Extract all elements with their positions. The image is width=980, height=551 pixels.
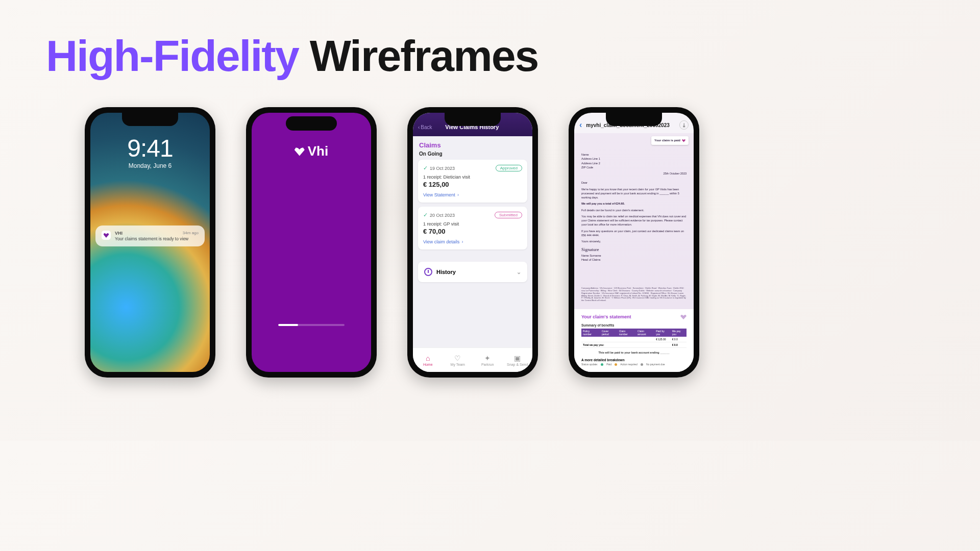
phone-claims: ‹Back View Claims History Claims On Goin… <box>407 107 538 378</box>
home-icon: ⌂ <box>426 354 430 362</box>
claim-amount: € 125,00 <box>423 181 522 188</box>
benefits-table: Policy numberCover periodClaim numberCla… <box>581 329 687 348</box>
claim-receipt: 1 receipt: GP visit <box>423 221 522 227</box>
phone-splash: Vhi <box>246 107 377 378</box>
tab-home[interactable]: ⌂Home <box>413 348 443 372</box>
tab-parkrun[interactable]: ✦Parkrun <box>473 348 503 372</box>
lock-time: 9:41 <box>90 134 210 162</box>
tab-snapsend[interactable]: ▣Snap & Send <box>503 348 533 372</box>
notch <box>445 113 501 126</box>
claim-date: ✓20 Oct 2023 <box>423 212 455 218</box>
ongoing-subhead: On Going <box>413 151 532 160</box>
claim-card[interactable]: ✓19 Oct 2023 Approved 1 receipt: Dietici… <box>418 160 527 203</box>
status-badge: Submitted <box>495 212 522 218</box>
run-icon: ✦ <box>484 354 491 362</box>
history-icon <box>424 268 432 276</box>
vhi-logo: Vhi <box>295 143 328 159</box>
view-statement-link[interactable]: View Statement› <box>423 192 522 197</box>
claim-date: ✓19 Oct 2023 <box>423 165 455 171</box>
phone-lockscreen: 9:41 Monday, June 6 VHI 34m ago Your cla… <box>85 107 215 378</box>
notch <box>122 113 178 126</box>
history-row[interactable]: History ⌄ <box>418 262 527 282</box>
lock-date: Monday, June 6 <box>90 162 210 169</box>
vhi-heart-icon <box>680 314 687 319</box>
loading-progress <box>278 324 345 326</box>
chevron-right-icon: › <box>461 239 463 244</box>
claim-card[interactable]: ✓20 Oct 2023 Submitted 1 receipt: GP vis… <box>418 207 527 249</box>
table-total-row: Total we pay you:€ 0.0 <box>581 342 687 348</box>
notification-card[interactable]: VHI 34m ago Your claims statement is rea… <box>95 226 205 246</box>
page-title: High-Fidelity Wireframes <box>46 31 538 81</box>
heart-icon: ♡ <box>454 354 461 362</box>
paid-tag: Your claim is paid <box>651 136 689 145</box>
status-badge: Approved <box>496 165 522 171</box>
claim-receipt: 1 receipt: Dietician visit <box>423 174 522 180</box>
back-button[interactable]: ‹ <box>579 120 582 130</box>
phone-document: ‹ myvhi_claim_document_20092023 ⤓ Your c… <box>569 107 699 378</box>
signature: Signature <box>581 246 687 254</box>
notif-time-ago: 34m ago <box>183 231 199 236</box>
check-icon: ✓ <box>423 212 428 218</box>
chevron-right-icon: › <box>457 192 459 197</box>
notif-message: Your claims statement is ready to view <box>115 236 199 241</box>
download-button[interactable]: ⤓ <box>679 120 689 130</box>
claim-amount: € 70,00 <box>423 228 522 235</box>
status-legend: Status update: Paid Action required No p… <box>581 363 687 366</box>
view-details-link[interactable]: View claim details› <box>423 239 522 244</box>
vhi-heart-icon <box>682 139 685 142</box>
summary-heading: Summary of benefits <box>581 323 687 327</box>
camera-icon: ▣ <box>514 354 521 362</box>
dynamic-island <box>286 116 337 131</box>
phones-row: 9:41 Monday, June 6 VHI 34m ago Your cla… <box>0 107 784 378</box>
payment-note: This will be paid to your bank account e… <box>581 351 687 354</box>
chevron-down-icon: ⌄ <box>517 269 521 276</box>
statement-title: Your claim's statement <box>581 314 631 319</box>
check-icon: ✓ <box>423 165 428 171</box>
table-row: € 125.00€ 0.0 <box>581 337 687 342</box>
vhi-app-icon <box>102 231 111 240</box>
claims-section-title: Claims <box>413 136 532 151</box>
letter-body: Your claim is paid Name Address Line 1 A… <box>574 133 694 309</box>
statement-section: Your claim's statement Summary of benefi… <box>574 309 694 372</box>
heart-icon <box>295 147 305 156</box>
breakdown-heading: A more detailed breakdown <box>581 358 687 362</box>
tab-bar: ⌂Home ♡My Team ✦Parkrun ▣Snap & Send <box>413 347 532 372</box>
notif-app-name: VHI <box>115 231 122 236</box>
notch <box>606 113 662 126</box>
tab-myteam[interactable]: ♡My Team <box>443 348 473 372</box>
history-label: History <box>436 269 456 275</box>
